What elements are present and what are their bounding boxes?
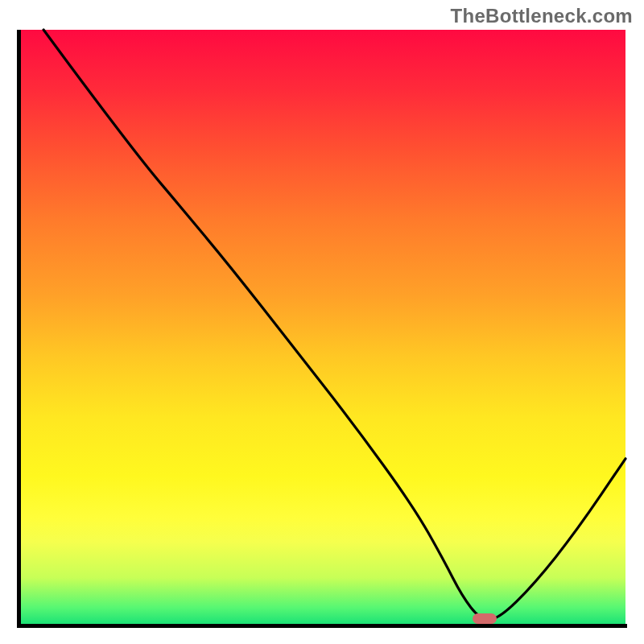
- optimal-point-marker: [473, 613, 497, 624]
- watermark-text: TheBottleneck.com: [451, 5, 633, 27]
- bottleneck-curve-svg: [19, 30, 625, 625]
- chart-frame: TheBottleneck.com: [0, 0, 644, 644]
- bottleneck-curve-path: [43, 30, 625, 620]
- y-axis-line: [17, 30, 21, 628]
- x-axis-line: [17, 624, 627, 628]
